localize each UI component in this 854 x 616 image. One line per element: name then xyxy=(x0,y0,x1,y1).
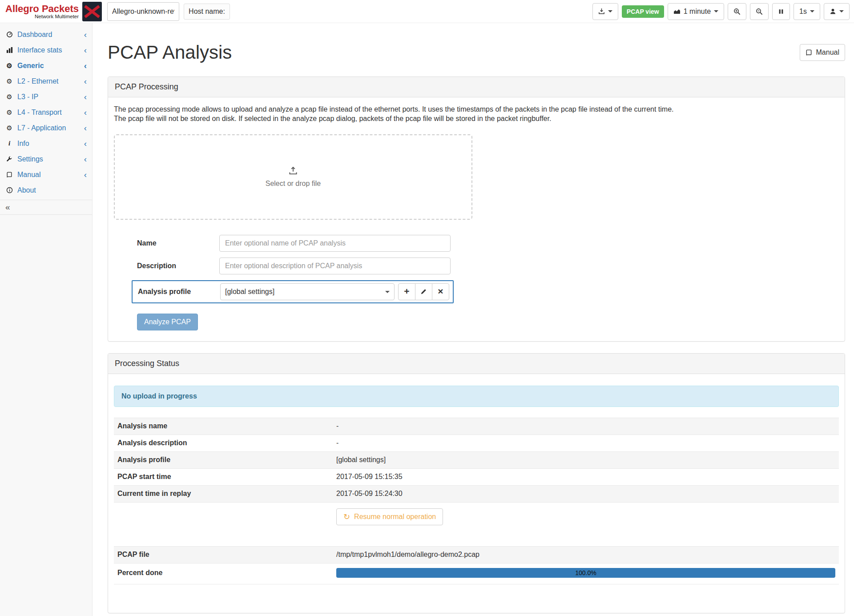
chevron-down-icon xyxy=(714,10,718,12)
book-icon xyxy=(806,49,812,56)
panel-title: Processing Status xyxy=(108,354,845,374)
sidebar-item-label: Generic xyxy=(17,62,44,70)
page-title: PCAP Analysis xyxy=(108,42,232,63)
analyze-pcap-button[interactable]: Analyze PCAP xyxy=(137,314,198,330)
resume-button-label: Resume normal operation xyxy=(354,513,436,521)
chevron-left-icon: ‹ xyxy=(84,155,87,163)
description-form-row: Description xyxy=(114,258,839,274)
chevron-down-icon xyxy=(810,10,814,12)
name-form-row: Name xyxy=(114,235,839,252)
table-row-action: ↻ Resume normal operation xyxy=(114,502,839,531)
name-label: Name xyxy=(137,239,219,247)
chevron-left-icon: ‹ xyxy=(84,46,87,54)
sidebar-item-label: Manual xyxy=(17,171,40,179)
progress-bar: 100.0% xyxy=(336,568,835,578)
chevron-left-icon: ‹ xyxy=(84,30,87,39)
collapse-icon: « xyxy=(5,202,10,212)
profile-actions: + × xyxy=(398,283,449,300)
analysis-profile-select-wrap: [global settings] xyxy=(220,283,395,300)
sidebar-item-l7-application[interactable]: ⚙ L7 - Application ‹ xyxy=(0,120,92,136)
file-status-table: PCAP file /tmp/tmp1pvlmoh1/demo/allegro-… xyxy=(114,546,839,584)
row-label: Analysis profile xyxy=(117,456,336,464)
pcap-processing-intro: The pcap processing mode allows to uploa… xyxy=(114,105,839,123)
table-row: PCAP start time 2017-05-09 15:15:35 xyxy=(114,468,839,485)
brand-subtitle: Network Multimeter xyxy=(5,14,79,19)
pause-button[interactable] xyxy=(772,3,790,20)
bar-chart-icon xyxy=(5,47,13,53)
interval-dropdown[interactable]: 1 minute xyxy=(668,3,724,20)
analysis-profile-select[interactable]: [global settings] xyxy=(220,283,395,300)
row-label: Current time in replay xyxy=(117,490,336,498)
brand-title: Allegro Packets xyxy=(5,4,79,14)
sidebar-item-interface-stats[interactable]: Interface stats ‹ xyxy=(0,42,92,58)
progress-bar-label: 100.0% xyxy=(336,568,835,578)
refresh-interval-dropdown[interactable]: 1s xyxy=(794,3,820,20)
download-icon xyxy=(598,8,605,15)
export-button[interactable] xyxy=(592,3,618,20)
interval-label: 1 minute xyxy=(684,8,711,16)
gauge-icon xyxy=(5,31,13,38)
sidebar-item-l2-ethernet[interactable]: ⚙ L2 - Ethernet ‹ xyxy=(0,73,92,89)
gear-icon: ⚙ xyxy=(5,93,13,101)
sidebar-item-label: About xyxy=(17,186,36,194)
dropzone-label: Select or drop file xyxy=(266,180,321,188)
row-label: Analysis description xyxy=(117,439,336,447)
pcap-view-badge[interactable]: PCAP view xyxy=(622,5,664,18)
zoom-in-button[interactable] xyxy=(728,3,746,20)
description-input[interactable] xyxy=(219,258,451,274)
wrench-icon xyxy=(5,156,13,162)
intro-line-2: The pcap file will not be stored on disk… xyxy=(114,114,839,123)
pcap-processing-panel: PCAP Processing The pcap processing mode… xyxy=(108,76,845,341)
sidebar-item-generic[interactable]: ⚙ Generic ‹ xyxy=(0,58,92,73)
gear-icon: ⚙ xyxy=(5,109,13,117)
panel-body: The pcap processing mode allows to uploa… xyxy=(108,97,845,341)
zoom-out-button[interactable] xyxy=(750,3,769,20)
file-dropzone[interactable]: Select or drop file xyxy=(114,134,472,220)
row-value: 100.0% xyxy=(336,568,835,578)
sidebar-item-settings[interactable]: Settings ‹ xyxy=(0,151,92,167)
topbar-actions: PCAP view 1 minute 1s xyxy=(592,3,850,20)
sidebar: Dashboard ‹ Interface stats ‹ ⚙ Generic … xyxy=(0,23,93,616)
spacer xyxy=(114,531,839,546)
resume-normal-operation-button[interactable]: ↻ Resume normal operation xyxy=(336,508,443,525)
gear-icon: ⚙ xyxy=(5,77,13,85)
intro-line-1: The pcap processing mode allows to uploa… xyxy=(114,105,839,114)
gear-icon: ⚙ xyxy=(5,124,13,132)
chevron-left-icon: ‹ xyxy=(84,93,87,101)
brand-logo[interactable]: Allegro Packets Network Multimeter xyxy=(5,4,79,19)
name-input[interactable] xyxy=(219,235,451,252)
main-content: PCAP Analysis Manual PCAP Processing The… xyxy=(93,23,854,616)
table-row: Analysis name - xyxy=(114,418,839,435)
chevron-left-icon: ‹ xyxy=(84,124,87,132)
add-profile-button[interactable]: + xyxy=(398,283,415,300)
chevron-down-icon xyxy=(608,10,612,12)
manual-button[interactable]: Manual xyxy=(800,44,845,61)
hostname-label: Host name: xyxy=(184,4,230,20)
brand-mark-icon xyxy=(82,2,102,21)
user-menu-button[interactable] xyxy=(824,3,850,20)
analysis-profile-row: Analysis profile [global settings] + xyxy=(132,280,454,303)
sidebar-item-info[interactable]: i Info ‹ xyxy=(0,136,92,151)
sidebar-item-about[interactable]: About xyxy=(0,182,92,198)
close-icon: × xyxy=(438,286,443,296)
chevron-left-icon: ‹ xyxy=(84,61,87,70)
sidebar-collapse-button[interactable]: « xyxy=(0,200,92,215)
status-table: Analysis name - Analysis description - A… xyxy=(114,418,839,531)
user-icon xyxy=(830,8,836,15)
page-header: PCAP Analysis Manual xyxy=(108,42,845,63)
refresh-interval-label: 1s xyxy=(799,8,807,16)
chevron-down-icon xyxy=(839,10,844,12)
row-value: [global settings] xyxy=(336,456,835,464)
sidebar-item-label: L3 - IP xyxy=(17,93,38,101)
device-name-input[interactable] xyxy=(107,2,179,21)
sidebar-item-l4-transport[interactable]: ⚙ L4 - Transport ‹ xyxy=(0,105,92,120)
table-row: Percent done 100.0% xyxy=(114,563,839,584)
delete-profile-button[interactable]: × xyxy=(432,283,449,300)
sidebar-item-manual[interactable]: Manual ‹ xyxy=(0,167,92,182)
manual-button-label: Manual xyxy=(816,48,839,56)
edit-profile-button[interactable] xyxy=(415,283,432,300)
sidebar-item-label: Interface stats xyxy=(17,46,62,54)
sidebar-item-label: L2 - Ethernet xyxy=(17,77,59,85)
sidebar-item-dashboard[interactable]: Dashboard ‹ xyxy=(0,27,92,42)
sidebar-item-l3-ip[interactable]: ⚙ L3 - IP ‹ xyxy=(0,89,92,105)
